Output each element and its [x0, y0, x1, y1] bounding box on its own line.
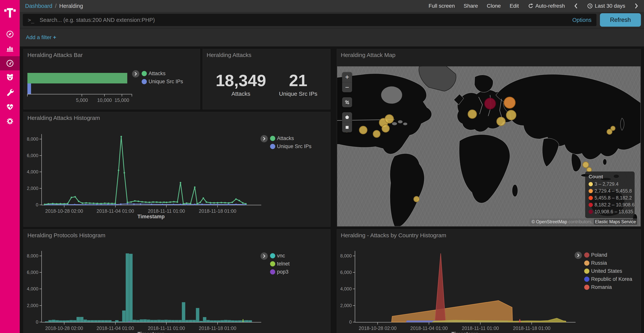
attack-location-marker[interactable] [359, 126, 368, 134]
chart-legend: Poland Russia United States Republic of … [584, 252, 632, 290]
legend-item[interactable]: telnet [270, 261, 290, 267]
bar-Unique Src IPs[interactable] [28, 84, 31, 94]
breadcrumb-divider: / [55, 3, 56, 9]
refresh-cycle-icon [528, 3, 534, 9]
map-legend-item: 5,455.8 – 8,182.2 [588, 195, 631, 201]
legend-title: Count [588, 174, 631, 180]
map-attribution: © OpenStreetMap contributors, Elastic Ma… [530, 218, 639, 225]
nav-action[interactable]: Clone [487, 3, 501, 9]
nav-action[interactable]: Edit [510, 3, 519, 9]
legend-toggle-button[interactable] [132, 70, 139, 78]
add-filter-link[interactable]: Add a filter+ [26, 34, 56, 41]
auto-refresh-button[interactable]: Auto-refresh [528, 3, 565, 9]
ems-link[interactable]: Elastic Maps Service [594, 219, 637, 225]
legend-toggle-button[interactable] [260, 252, 268, 260]
metric-group: 18,349 Attacks 21 Unique Src IPs [203, 72, 330, 97]
legend-item[interactable]: Unique Src IPs [270, 143, 312, 149]
telekom-logo[interactable] [0, 3, 20, 22]
legend-item[interactable]: Russia [584, 260, 632, 266]
legend-color-dot [270, 144, 275, 149]
world-map[interactable]: + − [337, 66, 640, 226]
panel-country-histogram: Heralding - Attacks by Country Histogram… [337, 229, 641, 333]
sidebar-item-monitoring[interactable] [0, 100, 20, 114]
time-prev-button[interactable] [574, 3, 578, 9]
metric-value: 21 [279, 72, 318, 89]
legend-item[interactable]: Poland [584, 252, 632, 258]
sidebar-item-visualize[interactable] [0, 41, 20, 55]
panel-attacks-histogram: Heralding Attacks Histogram 02,0004,0006… [24, 112, 330, 227]
attack-location-marker[interactable] [506, 110, 516, 120]
attack-location-marker[interactable] [385, 114, 394, 124]
sidebar-item-discover[interactable] [0, 27, 20, 41]
legend-color-dot [584, 268, 590, 274]
bounding-box-filter-button[interactable] [342, 97, 352, 107]
legend-item[interactable]: Unique Src IPs [142, 79, 183, 85]
attack-location-marker[interactable] [382, 125, 390, 133]
metric-label: Attacks [216, 91, 266, 97]
top-nav-bar: Dashboard / Heralding Full screenShareCl… [20, 0, 644, 12]
pentagon-icon [344, 114, 350, 120]
legend-item[interactable]: United States [584, 268, 632, 274]
breadcrumb-dashboard-link[interactable]: Dashboard [25, 3, 52, 9]
search-box[interactable]: >_ Options [23, 14, 596, 26]
nav-action[interactable]: Full screen [428, 3, 455, 9]
plus-icon: + [53, 34, 56, 40]
legend-color-dot [270, 136, 275, 141]
zoom-out-button[interactable]: − [342, 82, 352, 92]
bar-Attacks[interactable] [28, 73, 127, 84]
legend-item[interactable]: Romania [584, 284, 632, 290]
gear-icon [6, 117, 14, 126]
top-nav-actions: Full screenShareCloneEdit [428, 3, 519, 9]
sidebar-item-attack-animal[interactable] [0, 70, 20, 84]
map-legend-item: 10,908.6 – 13,635 [588, 209, 631, 214]
legend-item[interactable]: Republic of Korea [584, 276, 632, 282]
polygon-filter-button[interactable] [342, 112, 352, 122]
panel-title: Heralding - Attacks by Country Histogram [341, 232, 446, 239]
breadcrumb-current: Heralding [59, 3, 83, 9]
attack-location-marker[interactable] [610, 126, 616, 131]
zoom-in-button[interactable]: + [342, 72, 352, 82]
legend-item[interactable]: Attacks [142, 71, 183, 77]
protocols-histogram-chart[interactable]: 02,0004,0006,0008,0002018-10-28 02:00201… [42, 251, 261, 322]
attack-location-marker[interactable] [484, 98, 496, 110]
chart-legend: vnc telnet pop3 [270, 253, 290, 275]
attack-location-marker[interactable] [496, 117, 506, 126]
attack-location-marker[interactable] [414, 196, 420, 202]
country-histogram-chart[interactable]: 02,0004,0006,0008,0002018-10-28 02:00201… [355, 251, 576, 322]
chevron-right-icon [262, 254, 266, 258]
chevron-right-icon [576, 253, 580, 258]
sidebar-item-management[interactable] [0, 114, 20, 128]
metric-value: 18,349 [216, 72, 266, 89]
attacks-bar-chart[interactable]: 5,00010,00015,000 [28, 72, 132, 94]
refresh-button[interactable]: Refresh [600, 13, 641, 27]
map-legend-item: 8,182.2 – 10,908.6 [588, 202, 631, 208]
query-options-link[interactable]: Options [572, 17, 592, 23]
sidebar-item-dashboard[interactable] [0, 56, 20, 70]
attack-location-marker[interactable] [468, 110, 477, 119]
attack-location-marker[interactable] [582, 162, 589, 168]
legend-item[interactable]: vnc [270, 253, 290, 259]
map-legend-items: 3 – 2,729.4 2,729.4 – 5,455.8 5,455.8 – … [588, 181, 631, 214]
map-legend-item: 2,729.4 – 5,455.8 [588, 188, 631, 194]
x-axis-label: Timestamp [452, 331, 478, 333]
legend-color-dot [588, 189, 593, 193]
legend-toggle-button[interactable] [574, 252, 582, 259]
legend-toggle-button[interactable] [260, 135, 268, 142]
telekom-t-icon [4, 7, 16, 19]
search-input[interactable] [39, 17, 568, 24]
attack-location-marker[interactable] [504, 97, 516, 109]
legend-item[interactable]: pop3 [270, 269, 290, 275]
nav-action[interactable]: Share [464, 3, 478, 9]
metric: 21 Unique Src IPs [279, 72, 318, 97]
attacks-histogram-chart[interactable]: 02,0004,0006,0008,0002018-10-28 02:00201… [42, 134, 261, 205]
time-next-button[interactable] [634, 3, 639, 9]
attack-location-marker[interactable] [373, 130, 380, 138]
legend-item[interactable]: Attacks [270, 135, 312, 141]
chevron-left-icon [574, 3, 578, 9]
sidebar-item-dev-tools[interactable] [0, 85, 20, 99]
osm-link[interactable]: © OpenStreetMap [532, 219, 567, 224]
x-axis-label: Timestamp [138, 214, 165, 220]
rectangle-filter-button[interactable] [342, 122, 352, 132]
time-range-picker[interactable]: Last 30 days [587, 3, 625, 9]
bear-icon [6, 73, 14, 82]
